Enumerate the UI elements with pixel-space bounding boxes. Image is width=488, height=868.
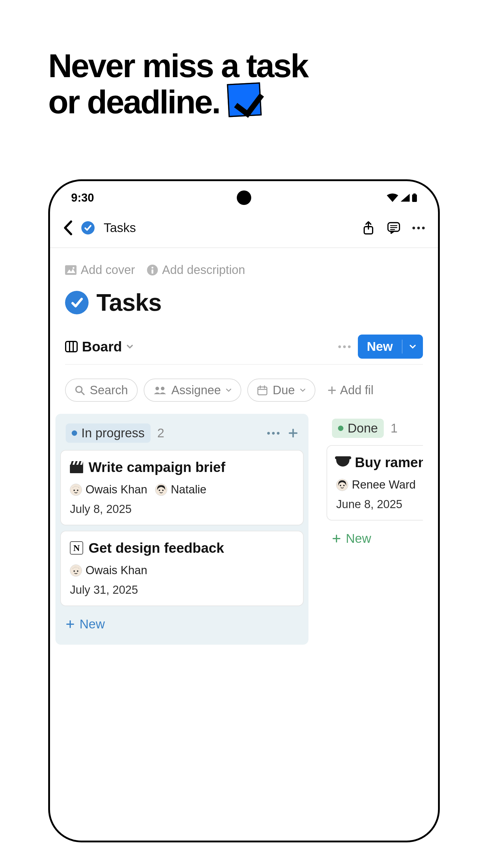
app-header: Tasks [50,214,438,248]
column-new-button[interactable]: New [60,612,304,637]
calendar-icon [257,385,268,396]
wifi-icon [387,193,398,202]
assignee-filter[interactable]: Assignee [144,378,241,402]
board-icon [65,341,78,352]
status-indicators [387,193,417,202]
avatar [70,484,82,496]
card-title: Get design feedback [89,540,224,556]
status-bar: 9:30 [50,181,438,214]
page-title[interactable]: Tasks [96,289,161,316]
avatar [155,484,167,496]
task-card[interactable]: N Get design feedback Owais Khan July 31… [60,531,304,606]
svg-point-29 [77,490,78,491]
search-icon [75,385,85,396]
column-done: Done 1 Buy ramen Renee [322,414,423,645]
marketing-headline: Never miss a task or deadline. [48,48,440,119]
svg-point-39 [340,485,341,486]
column-status-pill[interactable]: In progress [66,424,151,443]
svg-point-27 [70,484,82,495]
back-button[interactable] [63,220,72,236]
view-selector[interactable]: Board [65,338,133,355]
svg-point-18 [161,387,164,390]
cell-signal-icon [401,194,410,202]
plus-icon [66,620,75,629]
comments-button[interactable] [387,221,400,235]
column-count: 2 [157,426,164,440]
svg-point-35 [77,570,78,572]
people-icon [153,386,167,395]
new-item-dropdown[interactable] [402,344,423,349]
column-status-pill[interactable]: Done [332,418,384,438]
svg-rect-3 [388,223,399,231]
svg-point-34 [73,570,75,572]
card-date: June 8, 2025 [336,498,423,511]
status-dot-icon [338,426,344,431]
avatar [70,564,82,577]
svg-point-17 [156,387,159,390]
board-columns: In progress 2 Write campaign brie [56,414,423,645]
column-count: 1 [390,421,397,435]
card-date: July 8, 2025 [70,503,294,516]
add-filter-button[interactable]: Add fil [327,383,373,397]
svg-point-10 [152,267,153,269]
svg-rect-0 [412,194,417,202]
task-card[interactable]: Buy ramen Renee Ward June 8, 2025 [327,445,423,521]
more-menu-button[interactable] [412,227,425,229]
share-button[interactable] [362,221,375,235]
bowl-icon [336,456,350,469]
column-in-progress: In progress 2 Write campaign brie [56,414,308,645]
card-assignees: Owais Khan Natalie [70,483,294,496]
battery-icon [412,193,417,202]
page-title-icon [65,291,89,314]
column-new-button[interactable]: New [327,526,423,551]
svg-point-40 [343,485,345,486]
new-item-button[interactable]: New [358,335,423,359]
card-title: Buy ramen [355,454,423,470]
svg-point-31 [159,490,160,491]
card-title: Write campaign brief [89,459,225,475]
svg-rect-19 [258,387,267,395]
card-assignees: Owais Khan [70,564,294,577]
svg-point-32 [162,490,164,491]
notion-icon: N [70,541,83,555]
status-dot-icon [72,430,77,436]
svg-point-28 [73,490,75,491]
view-name: Board [82,338,122,355]
svg-rect-1 [413,193,416,195]
breadcrumb-title[interactable]: Tasks [104,221,136,235]
checkmark-box-icon [227,82,262,117]
camera-notch [237,190,251,205]
plus-icon [327,386,336,395]
card-assignees: Renee Ward [336,478,423,491]
task-card[interactable]: Write campaign brief Owais Khan Natalie … [60,450,304,525]
search-pill[interactable]: Search [65,378,138,402]
avatar [336,479,348,491]
filter-bar: Search Assignee Due Add fil [65,371,423,414]
svg-line-16 [82,392,84,395]
page-title-row: Tasks [65,289,423,316]
svg-rect-7 [65,265,76,275]
clapperboard-icon [70,461,83,474]
add-cover-button[interactable]: Add cover [65,263,135,277]
svg-rect-11 [152,270,153,274]
due-filter[interactable]: Due [247,378,315,402]
status-time: 9:30 [71,191,94,204]
svg-point-8 [73,267,74,269]
svg-point-33 [70,565,82,576]
chevron-down-icon [226,388,232,393]
column-more-button[interactable] [267,432,280,435]
page-icon [82,221,95,235]
chevron-down-icon [300,388,306,393]
plus-icon [332,534,341,543]
chevron-down-icon [126,344,133,349]
view-more-button[interactable] [338,345,351,348]
card-date: July 31, 2025 [70,584,294,596]
svg-rect-12 [66,341,77,352]
add-description-button[interactable]: Add description [147,263,245,277]
phone-frame: 9:30 Tasks [48,179,440,842]
column-add-button[interactable] [288,428,298,438]
